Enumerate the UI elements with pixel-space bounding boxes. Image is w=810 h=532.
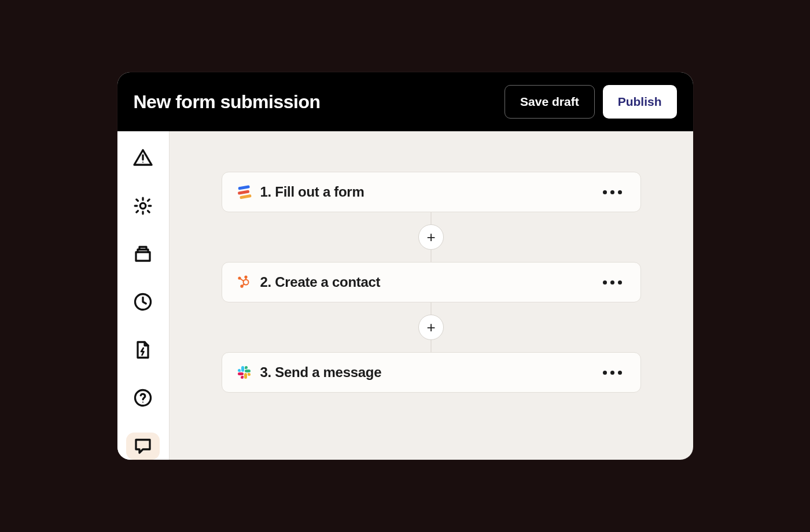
publish-label: Publish — [618, 95, 662, 109]
flow-step[interactable]: 2. Create a contact — [222, 262, 641, 302]
sidebar-item-history[interactable] — [126, 288, 160, 315]
step-label: 1. Fill out a form — [260, 184, 590, 200]
gear-icon — [132, 195, 153, 216]
sidebar — [117, 131, 170, 460]
step-label: 3. Send a message — [260, 364, 590, 380]
add-step-button[interactable]: + — [418, 224, 444, 250]
header-actions: Save draft Publish — [505, 85, 676, 119]
save-draft-label: Save draft — [520, 95, 579, 109]
help-circle-icon — [132, 387, 153, 408]
stack-icon — [132, 243, 153, 264]
sidebar-item-comments[interactable] — [126, 433, 160, 460]
app-window: New form submission Save draft Publish — [117, 72, 693, 460]
header: New form submission Save draft Publish — [117, 72, 693, 131]
connector: + — [222, 212, 641, 262]
sidebar-item-power[interactable] — [126, 337, 160, 364]
clock-icon — [132, 291, 153, 312]
hubspot-logo — [237, 275, 251, 289]
dots-icon — [603, 371, 607, 375]
sidebar-item-stack[interactable] — [126, 240, 160, 267]
add-step-button[interactable]: + — [418, 315, 444, 340]
svg-point-11 — [238, 277, 240, 279]
plus-icon: + — [426, 320, 435, 335]
plus-icon: + — [426, 230, 435, 245]
svg-rect-3 — [136, 252, 150, 261]
flow-step[interactable]: 1. Fill out a form — [222, 172, 641, 212]
comment-icon — [132, 435, 153, 456]
dots-icon — [603, 280, 607, 285]
body: 1. Fill out a form + — [117, 131, 693, 460]
file-bolt-icon — [132, 339, 153, 360]
svg-point-2 — [140, 203, 146, 209]
sidebar-item-settings[interactable] — [126, 192, 160, 219]
step-menu-button[interactable] — [599, 367, 625, 378]
dots-icon — [603, 190, 607, 194]
sidebar-item-alerts[interactable] — [126, 144, 160, 171]
svg-point-12 — [245, 276, 246, 278]
todoist-logo — [237, 185, 251, 199]
alert-triangle-icon — [132, 147, 153, 168]
svg-point-6 — [142, 402, 143, 403]
svg-point-1 — [142, 161, 143, 162]
slack-logo — [237, 365, 251, 379]
publish-button[interactable]: Publish — [603, 85, 677, 119]
connector: + — [222, 302, 641, 352]
flow: 1. Fill out a form + — [222, 172, 641, 393]
flow-step[interactable]: 3. Send a message — [222, 352, 641, 393]
sidebar-item-help[interactable] — [126, 385, 160, 412]
step-menu-button[interactable] — [599, 277, 625, 288]
step-menu-button[interactable] — [599, 187, 625, 198]
save-draft-button[interactable]: Save draft — [505, 85, 595, 119]
page-title: New form submission — [134, 91, 321, 113]
flow-canvas[interactable]: 1. Fill out a form + — [170, 131, 693, 460]
step-label: 2. Create a contact — [260, 274, 590, 290]
